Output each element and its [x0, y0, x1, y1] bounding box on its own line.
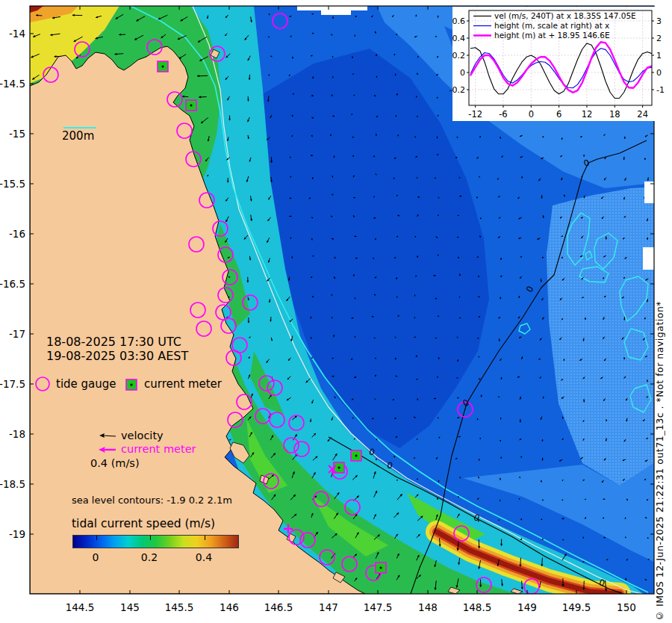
lon-tick-label: 146.5: [264, 601, 293, 613]
inset-x-tick-label: 6: [556, 109, 561, 120]
lon-tick-label: 145: [120, 601, 140, 613]
inset-left-tick-label: 0: [460, 68, 465, 78]
inset-right-tick-label: 3: [656, 16, 662, 26]
inset-x-tick-label: 24: [637, 109, 648, 120]
colorbar-tick: [96, 536, 97, 540]
lon-tick-label: 148.5: [463, 601, 492, 613]
lon-tick-label: 147: [319, 601, 338, 613]
current-meter-arrow-icon: [98, 445, 117, 454]
inset-legend-vel: vel (m/s, 240T) at x 18.35S 147.05E: [494, 11, 636, 20]
lat-tick-label: -14: [9, 28, 25, 40]
inset-x-tick-label: 0: [529, 109, 534, 120]
inset-x-tick-label: -6: [499, 109, 507, 120]
lat-tick-label: -18: [9, 428, 25, 440]
inset-left-tick-label: 0.4: [452, 34, 466, 43]
current-meter-dot: [355, 455, 358, 457]
scalebar-label: 200m: [62, 129, 94, 143]
current-meter-vector-label: current meter: [121, 443, 196, 455]
lon-tick-label: 144.5: [66, 601, 95, 613]
colorbar-tick-label: 0: [93, 551, 99, 563]
lat-tick-label: -17.5: [0, 378, 25, 390]
inset-right-tick-label: 2: [656, 34, 662, 43]
inset-left-tick-label: 0.6: [452, 16, 466, 26]
inset-legend-height-x: height (m, scale at right) at x: [494, 21, 609, 30]
inset-x-tick-label: 18: [609, 109, 620, 120]
lon-tick-label: 145.5: [165, 601, 194, 613]
inset-x-tick-label: 12: [582, 109, 593, 120]
lat-tick-label: -16.5: [0, 278, 25, 290]
lat-tick-label: -16: [9, 228, 25, 240]
colorbar-tick: [205, 536, 205, 540]
lon-tick-label: 148: [418, 601, 438, 613]
current-meter-dot: [190, 105, 193, 107]
current-meter-label: current meter: [144, 377, 222, 391]
current-meter-dot: [338, 467, 340, 469]
datetime-utc: 18-08-2025 17:30 UTC: [46, 335, 181, 349]
tide-gauge-label: tide gauge: [56, 377, 116, 391]
inset-legend-height-plus: height (m) at + 18.95 146.6E: [494, 31, 610, 40]
current-meter-dot: [162, 66, 164, 68]
lon-tick-label: 146: [220, 601, 239, 613]
colorbar-title: tidal current speed (m/s): [72, 517, 215, 530]
lat-tick-label: -18.5: [0, 478, 25, 490]
current-meter-dot: [380, 567, 382, 569]
current-meter-icon: [125, 378, 138, 391]
inset-x-tick-label: -12: [468, 109, 482, 120]
inset-right-tick-label: 0: [656, 68, 662, 78]
colorbar-tick-label: 0.4: [196, 551, 212, 563]
colorbar-tick-label: 0.2: [141, 551, 158, 563]
lat-tick-label: -14.5: [0, 78, 25, 90]
tide-gauge-icon: [34, 376, 52, 392]
inset-right-tick-label: 1: [656, 51, 662, 61]
lon-tick-label: 149: [517, 601, 537, 613]
no-data-notch: [643, 247, 654, 270]
lon-tick-label: 149.5: [562, 601, 591, 613]
copyright-text: © IMOS 12-Jun-2025 21:22:31 out71_13c . …: [654, 251, 665, 622]
lon-tick-label: 150: [617, 601, 636, 613]
lat-tick-label: -19: [9, 528, 25, 540]
inset-right-tick-label: -1: [656, 85, 665, 95]
scalebar-line: [63, 127, 96, 128]
colorbar: [72, 535, 239, 548]
velocity-legend-label: velocity: [121, 430, 164, 441]
colorbar-tick: [150, 536, 151, 540]
velocity-arrow-icon: [98, 432, 117, 441]
lon-tick-label: 147.5: [364, 601, 393, 613]
inset-left-tick-label: 0.2: [452, 51, 466, 61]
lat-tick-label: -15: [9, 128, 25, 140]
sea-level-contour-note: sea level contours: -1.9 0.2 2.1m: [72, 495, 232, 506]
lat-tick-label: -17: [9, 328, 25, 340]
no-data-notch: [644, 182, 654, 203]
vector-scale-label: 0.4 (m/s): [90, 457, 140, 469]
tidal-current-figure: 0000000-14-14.5-15-15.5-16-16.5-17-17.5-…: [0, 0, 672, 623]
datetime-local: 19-08-2025 03:30 AEST: [46, 349, 188, 363]
lat-tick-label: -15.5: [0, 178, 25, 190]
inset-left-tick-label: -0.2: [449, 85, 465, 95]
